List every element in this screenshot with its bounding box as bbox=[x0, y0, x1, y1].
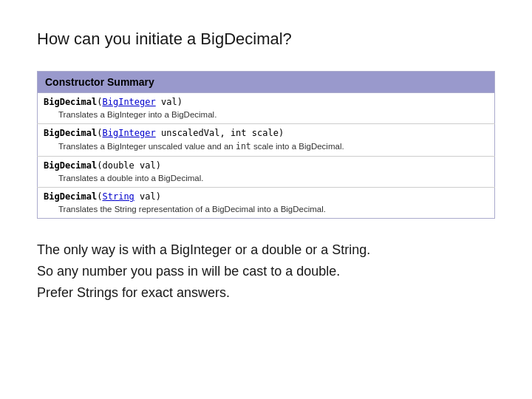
sig-class: BigDecimal bbox=[44, 97, 97, 107]
summary-text: The only way is with a BigInteger or a d… bbox=[37, 239, 495, 303]
description-row: Translates the String representation of … bbox=[38, 203, 494, 218]
summary-line1: The only way is with a BigInteger or a d… bbox=[37, 239, 495, 261]
signature-row: BigDecimal(String val) bbox=[38, 188, 494, 203]
summary-line2: So any number you pass in will be cast t… bbox=[37, 261, 495, 282]
table-header: Constructor Summary bbox=[38, 72, 495, 93]
sig-params-rest: val) bbox=[134, 191, 161, 202]
table-row: BigDecimal(BigInteger val) Translates a … bbox=[38, 93, 495, 124]
sig-params-rest: val) bbox=[156, 97, 183, 107]
sig-class: BigDecimal bbox=[44, 128, 97, 138]
sig-link: String bbox=[102, 191, 134, 202]
question-title: How can you initiate a BigDecimal? bbox=[37, 30, 495, 49]
sig-class: BigDecimal bbox=[44, 160, 97, 171]
description-row: Translates a BigInteger unscaled value a… bbox=[38, 140, 494, 156]
summary-line3: Prefer Strings for exact answers. bbox=[37, 282, 495, 304]
inline-code: int bbox=[236, 141, 251, 151]
signature-row: BigDecimal(BigInteger unscaledVal, int s… bbox=[38, 124, 494, 140]
signature-row: BigDecimal(BigInteger val) bbox=[38, 93, 494, 109]
signature-row: BigDecimal(double val) bbox=[38, 157, 494, 172]
sig-params: (double val) bbox=[97, 160, 161, 171]
sig-class: BigDecimal bbox=[44, 191, 97, 202]
table-row: BigDecimal(double val) Translates a doub… bbox=[38, 157, 495, 188]
slide-container: How can you initiate a BigDecimal? Const… bbox=[0, 0, 532, 399]
constructor-table: Constructor Summary BigDecimal(BigIntege… bbox=[37, 71, 495, 219]
description-row: Translates a BigInteger into a BigDecima… bbox=[38, 109, 494, 123]
sig-link: BigInteger bbox=[102, 128, 155, 138]
description-row: Translates a double into a BigDecimal. bbox=[38, 172, 494, 187]
sig-link: BigInteger bbox=[102, 97, 155, 107]
table-row: BigDecimal(BigInteger unscaledVal, int s… bbox=[38, 124, 495, 157]
table-row: BigDecimal(String val) Translates the St… bbox=[38, 188, 495, 219]
sig-params-rest: unscaledVal, int scale) bbox=[156, 128, 284, 138]
